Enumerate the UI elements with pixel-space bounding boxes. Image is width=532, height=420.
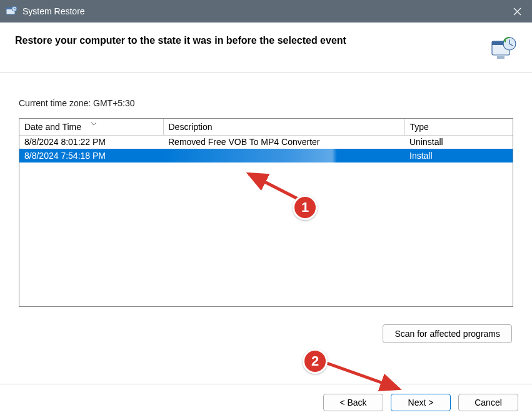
sort-desc-icon	[91, 120, 97, 127]
titlebar-title: System Restore	[23, 6, 504, 16]
table-row[interactable]	[19, 231, 513, 245]
page-heading: Restore your computer to the state it wa…	[15, 35, 484, 46]
svg-rect-5	[497, 56, 504, 59]
cell-description: Removed Free VOB To MP4 Converter	[163, 135, 404, 149]
back-button[interactable]: < Back	[323, 394, 383, 411]
cell-datetime: 8/8/2024 7:54:18 PM	[19, 149, 163, 162]
content-area: Current time zone: GMT+5:30 Date and Tim…	[0, 73, 532, 349]
table-row[interactable]: 8/8/2024 8:01:22 PM Removed Free VOB To …	[19, 135, 513, 149]
table-row[interactable]	[19, 286, 513, 300]
cancel-button[interactable]: Cancel	[458, 394, 518, 411]
table-row[interactable]: 8/8/2024 7:54:18 PM Install	[19, 149, 513, 162]
table-header-row: Date and Time Description Type	[19, 119, 513, 135]
table-row[interactable]	[19, 190, 513, 204]
cell-type: Uninstall	[404, 135, 513, 149]
titlebar: System Restore	[0, 0, 532, 22]
column-label: Description	[169, 122, 213, 132]
column-label: Date and Time	[24, 122, 81, 132]
table-row[interactable]	[19, 245, 513, 259]
table-row[interactable]	[19, 162, 513, 176]
table-row[interactable]	[19, 259, 513, 272]
cell-datetime: 8/8/2024 8:01:22 PM	[19, 135, 163, 149]
column-header-type[interactable]: Type	[404, 119, 513, 135]
next-button[interactable]: Next >	[391, 394, 451, 411]
header-area: Restore your computer to the state it wa…	[0, 22, 532, 73]
annotation-marker-2: 2	[303, 349, 328, 374]
close-button[interactable]	[504, 0, 529, 22]
table-row[interactable]	[19, 176, 513, 190]
table-row[interactable]	[19, 218, 513, 231]
table-row[interactable]	[19, 204, 513, 218]
annotation-label: 1	[301, 199, 309, 216]
cell-type: Install	[404, 149, 513, 162]
timezone-label: Current time zone: GMT+5:30	[19, 98, 513, 108]
app-icon	[5, 5, 18, 18]
cell-description	[163, 149, 404, 162]
column-header-description[interactable]: Description	[163, 119, 404, 135]
restore-icon	[491, 35, 517, 61]
column-label: Type	[410, 122, 429, 132]
footer-bar: < Back Next > Cancel	[0, 384, 532, 420]
annotation-label: 2	[311, 353, 319, 369]
column-header-datetime[interactable]: Date and Time	[19, 119, 163, 135]
restore-point-table[interactable]: Date and Time Description Type 8/8/2024 …	[19, 118, 513, 307]
annotation-marker-1: 1	[293, 195, 318, 220]
scan-affected-programs-button[interactable]: Scan for affected programs	[383, 324, 512, 343]
table-row[interactable]	[19, 272, 513, 286]
close-icon	[513, 8, 521, 16]
scan-row: Scan for affected programs	[19, 324, 513, 343]
